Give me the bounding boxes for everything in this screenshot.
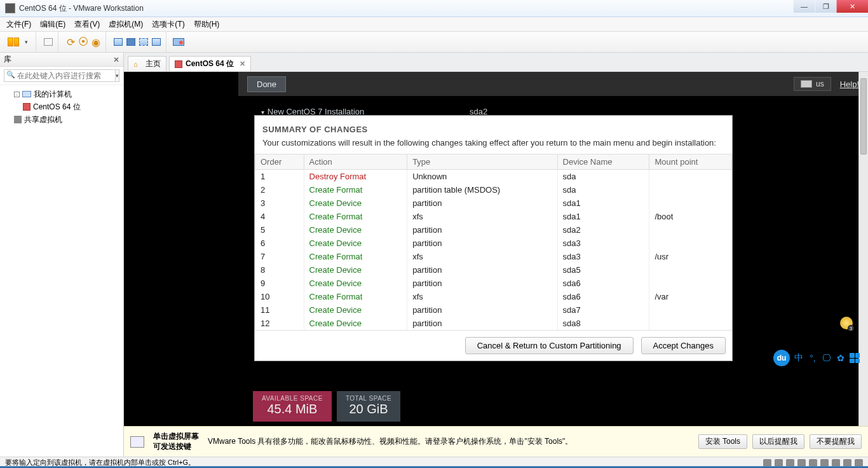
tab-home[interactable]: ⌂ 主页 [128,56,166,71]
vm-display[interactable]: Done us Help! New CentOS 7 Installation … [124,72,868,457]
tree-vm-item[interactable]: CentOS 64 位 [4,100,119,113]
banner-lead1: 单击虚拟屏幕 [153,432,199,442]
computer-icon [22,91,31,97]
search-row: ▾ [0,67,123,85]
th-mount[interactable]: Mount point [649,155,732,170]
keyboard-icon [801,80,812,88]
view-single-icon[interactable] [112,36,124,48]
table-row[interactable]: 1 Destroy Format Unknown sda [255,170,732,184]
snapshot-take-icon[interactable]: ⦿ [78,36,89,48]
cell-action: Create Device [304,263,407,277]
maximize-button[interactable]: ❐ [815,0,836,13]
cell-order: 12 [255,317,304,330]
home-icon: ⌂ [133,60,142,68]
remind-later-button[interactable]: 以后提醒我 [752,434,804,449]
table-row[interactable]: 2 Create Format partition table (MSDOS) … [255,183,732,196]
status-icon[interactable] [832,459,840,467]
cell-mount [649,277,732,290]
th-action[interactable]: Action [304,155,407,170]
minimize-button[interactable]: — [793,0,815,13]
available-space-box: AVAILABLE SPACE 45.4 MiB [253,391,332,422]
table-row[interactable]: 8 Create Device partition sda5 [255,263,732,277]
status-icon[interactable] [820,459,829,467]
search-input[interactable] [4,69,116,82]
menu-view[interactable]: 查看(V) [74,19,100,30]
table-row[interactable]: 10 Create Format xfs sda6 /var [255,290,732,303]
table-row[interactable]: 3 Create Device partition sda1 [255,196,732,210]
banner-lead2: 可发送按键 [153,442,199,452]
changes-table: Order Action Type Device Name Mount poin… [255,154,732,330]
pause-icon[interactable] [8,36,19,48]
table-row[interactable]: 9 Create Device partition sda6 [255,277,732,290]
menu-tabs[interactable]: 选项卡(T) [152,19,184,30]
menu-help[interactable]: 帮助(H) [194,19,220,30]
table-row[interactable]: 12 Create Device partition sda8 [255,317,732,330]
cell-type: partition [407,237,557,250]
grid-icon[interactable] [850,353,860,363]
table-row[interactable]: 6 Create Device partition sda3 [255,237,732,250]
vm-scrollbar[interactable] [858,72,868,457]
cancel-button[interactable]: Cancel & Return to Custom Partitioning [465,337,634,354]
menu-edit[interactable]: 编辑(E) [40,19,65,30]
cell-device: sda7 [557,303,649,317]
tree-root[interactable]: - 我的计算机 [4,88,119,100]
status-icon[interactable] [855,459,863,467]
collapse-icon[interactable]: - [14,92,20,97]
snapshot-icon[interactable]: ⟳ [65,36,76,48]
sidebar-header: 库 ✕ [0,53,123,67]
status-icon[interactable] [763,459,771,467]
shared-icon [14,116,22,123]
done-button[interactable]: Done [247,76,286,92]
cell-type: partition [407,196,557,210]
tree-shared-label: 共享虚拟机 [24,114,62,125]
close-button[interactable]: ✕ [836,0,868,13]
help-link[interactable]: Help! [840,79,859,89]
th-device[interactable]: Device Name [557,155,649,170]
tree-vm-label: CentOS 64 位 [33,102,81,113]
table-row[interactable]: 4 Create Format xfs sda1 /boot [255,210,732,223]
th-type[interactable]: Type [407,155,557,170]
th-order[interactable]: Order [255,155,304,170]
fullscreen-icon[interactable] [138,36,149,48]
view-console-icon[interactable] [125,36,137,48]
dialog-description: Your customizations will result in the f… [255,138,732,154]
network-icon[interactable] [43,36,54,48]
cell-mount [649,317,732,330]
unity-icon[interactable] [151,36,162,48]
accept-button[interactable]: Accept Changes [641,337,726,354]
status-icon[interactable] [775,459,783,467]
table-row[interactable]: 7 Create Format xfs sda3 /usr [255,250,732,263]
live-icon[interactable] [173,36,184,48]
status-icon[interactable] [786,459,794,467]
tree-shared[interactable]: 共享虚拟机 [4,113,119,126]
info-banner: 单击虚拟屏幕 可发送按键 VMware Tools 具有很多功能，能改善鼠标移动… [124,426,868,457]
available-space-value: 45.4 MiB [262,402,323,416]
table-row[interactable]: 11 Create Device partition sda7 [255,303,732,317]
tab-close-icon[interactable]: ✕ [240,60,245,68]
sidebar-close-icon[interactable]: ✕ [113,55,119,64]
tab-vm[interactable]: CentOS 64 位 ✕ [169,56,251,71]
comma-icon[interactable]: °, [808,353,818,363]
status-icon[interactable] [809,459,817,467]
never-remind-button[interactable]: 不要提醒我 [810,434,862,449]
table-row[interactable]: 5 Create Device partition sda2 [255,223,732,237]
ime-icon[interactable]: 中 [794,353,804,363]
dropdown-icon[interactable]: ▾ [20,36,32,48]
cell-action: Create Device [304,196,407,210]
gear-icon[interactable]: ✿ [836,353,846,363]
status-icon[interactable] [843,459,851,467]
available-space-label: AVAILABLE SPACE [262,395,323,402]
install-tools-button[interactable]: 安装 Tools [698,434,747,449]
window-titlebar: CentOS 64 位 - VMware Workstation — ❐ ✕ [0,0,868,17]
cell-order: 7 [255,250,304,263]
baidu-icon[interactable]: du [773,350,790,366]
cell-type: xfs [407,290,557,303]
menu-file[interactable]: 文件(F) [6,19,31,30]
cell-order: 4 [255,210,304,223]
status-icon[interactable] [797,459,806,467]
screen-icon[interactable]: 🖵 [822,353,832,363]
search-dropdown-icon[interactable]: ▾ [116,69,119,82]
snapshot-manage-icon[interactable]: ◉ [90,36,102,48]
menu-vm[interactable]: 虚拟机(M) [109,19,143,30]
keyboard-layout[interactable]: us [794,77,831,91]
